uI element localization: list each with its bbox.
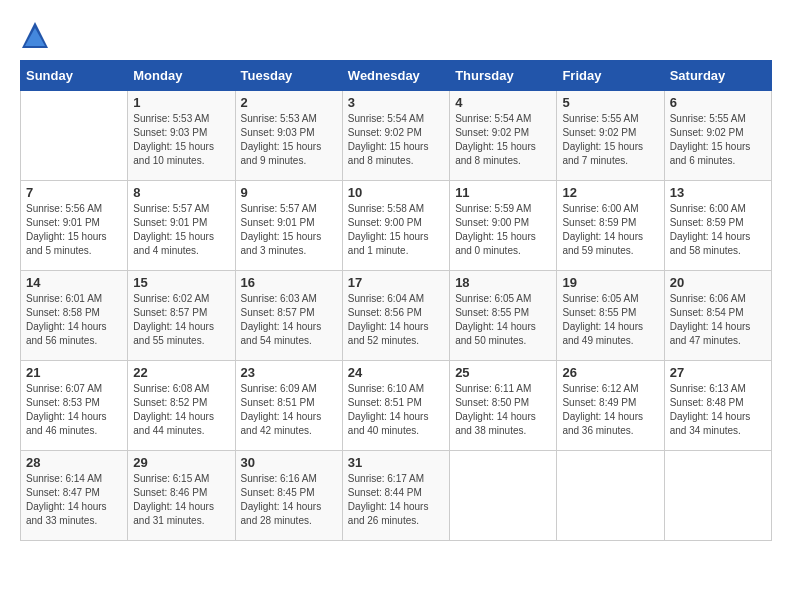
day-number: 27 [670, 365, 766, 380]
day-info: Sunrise: 6:07 AMSunset: 8:53 PMDaylight:… [26, 382, 122, 438]
day-info: Sunrise: 6:16 AMSunset: 8:45 PMDaylight:… [241, 472, 337, 528]
header-sunday: Sunday [21, 61, 128, 91]
day-number: 2 [241, 95, 337, 110]
calendar-cell [664, 451, 771, 541]
day-info: Sunrise: 6:09 AMSunset: 8:51 PMDaylight:… [241, 382, 337, 438]
calendar-week-row: 28Sunrise: 6:14 AMSunset: 8:47 PMDayligh… [21, 451, 772, 541]
calendar-table: SundayMondayTuesdayWednesdayThursdayFrid… [20, 60, 772, 541]
header-thursday: Thursday [450, 61, 557, 91]
day-info: Sunrise: 6:01 AMSunset: 8:58 PMDaylight:… [26, 292, 122, 348]
calendar-cell: 27Sunrise: 6:13 AMSunset: 8:48 PMDayligh… [664, 361, 771, 451]
calendar-cell: 5Sunrise: 5:55 AMSunset: 9:02 PMDaylight… [557, 91, 664, 181]
calendar-cell: 10Sunrise: 5:58 AMSunset: 9:00 PMDayligh… [342, 181, 449, 271]
day-info: Sunrise: 6:10 AMSunset: 8:51 PMDaylight:… [348, 382, 444, 438]
calendar-cell: 31Sunrise: 6:17 AMSunset: 8:44 PMDayligh… [342, 451, 449, 541]
day-info: Sunrise: 6:00 AMSunset: 8:59 PMDaylight:… [562, 202, 658, 258]
logo [20, 20, 54, 50]
calendar-cell: 7Sunrise: 5:56 AMSunset: 9:01 PMDaylight… [21, 181, 128, 271]
day-info: Sunrise: 6:03 AMSunset: 8:57 PMDaylight:… [241, 292, 337, 348]
day-info: Sunrise: 5:54 AMSunset: 9:02 PMDaylight:… [455, 112, 551, 168]
day-number: 4 [455, 95, 551, 110]
day-number: 13 [670, 185, 766, 200]
day-number: 9 [241, 185, 337, 200]
calendar-week-row: 21Sunrise: 6:07 AMSunset: 8:53 PMDayligh… [21, 361, 772, 451]
calendar-cell: 26Sunrise: 6:12 AMSunset: 8:49 PMDayligh… [557, 361, 664, 451]
day-info: Sunrise: 6:15 AMSunset: 8:46 PMDaylight:… [133, 472, 229, 528]
calendar-cell: 17Sunrise: 6:04 AMSunset: 8:56 PMDayligh… [342, 271, 449, 361]
day-info: Sunrise: 6:12 AMSunset: 8:49 PMDaylight:… [562, 382, 658, 438]
day-info: Sunrise: 5:55 AMSunset: 9:02 PMDaylight:… [562, 112, 658, 168]
header-friday: Friday [557, 61, 664, 91]
day-info: Sunrise: 6:11 AMSunset: 8:50 PMDaylight:… [455, 382, 551, 438]
day-info: Sunrise: 6:00 AMSunset: 8:59 PMDaylight:… [670, 202, 766, 258]
day-info: Sunrise: 6:06 AMSunset: 8:54 PMDaylight:… [670, 292, 766, 348]
day-number: 20 [670, 275, 766, 290]
calendar-cell: 25Sunrise: 6:11 AMSunset: 8:50 PMDayligh… [450, 361, 557, 451]
calendar-cell: 1Sunrise: 5:53 AMSunset: 9:03 PMDaylight… [128, 91, 235, 181]
day-number: 26 [562, 365, 658, 380]
calendar-cell: 8Sunrise: 5:57 AMSunset: 9:01 PMDaylight… [128, 181, 235, 271]
day-number: 7 [26, 185, 122, 200]
day-info: Sunrise: 5:59 AMSunset: 9:00 PMDaylight:… [455, 202, 551, 258]
calendar-cell: 23Sunrise: 6:09 AMSunset: 8:51 PMDayligh… [235, 361, 342, 451]
day-number: 31 [348, 455, 444, 470]
calendar-cell: 13Sunrise: 6:00 AMSunset: 8:59 PMDayligh… [664, 181, 771, 271]
day-number: 21 [26, 365, 122, 380]
calendar-cell: 29Sunrise: 6:15 AMSunset: 8:46 PMDayligh… [128, 451, 235, 541]
day-number: 6 [670, 95, 766, 110]
day-number: 23 [241, 365, 337, 380]
day-number: 17 [348, 275, 444, 290]
calendar-header-row: SundayMondayTuesdayWednesdayThursdayFrid… [21, 61, 772, 91]
calendar-cell: 30Sunrise: 6:16 AMSunset: 8:45 PMDayligh… [235, 451, 342, 541]
day-number: 3 [348, 95, 444, 110]
calendar-cell: 18Sunrise: 6:05 AMSunset: 8:55 PMDayligh… [450, 271, 557, 361]
calendar-cell [21, 91, 128, 181]
calendar-cell: 14Sunrise: 6:01 AMSunset: 8:58 PMDayligh… [21, 271, 128, 361]
calendar-cell: 4Sunrise: 5:54 AMSunset: 9:02 PMDaylight… [450, 91, 557, 181]
day-number: 10 [348, 185, 444, 200]
calendar-cell [450, 451, 557, 541]
day-number: 15 [133, 275, 229, 290]
day-info: Sunrise: 6:04 AMSunset: 8:56 PMDaylight:… [348, 292, 444, 348]
header-wednesday: Wednesday [342, 61, 449, 91]
day-number: 22 [133, 365, 229, 380]
header [20, 20, 772, 50]
calendar-cell: 19Sunrise: 6:05 AMSunset: 8:55 PMDayligh… [557, 271, 664, 361]
day-info: Sunrise: 5:57 AMSunset: 9:01 PMDaylight:… [241, 202, 337, 258]
calendar-cell: 15Sunrise: 6:02 AMSunset: 8:57 PMDayligh… [128, 271, 235, 361]
header-saturday: Saturday [664, 61, 771, 91]
calendar-cell: 24Sunrise: 6:10 AMSunset: 8:51 PMDayligh… [342, 361, 449, 451]
calendar-cell: 6Sunrise: 5:55 AMSunset: 9:02 PMDaylight… [664, 91, 771, 181]
calendar-cell: 22Sunrise: 6:08 AMSunset: 8:52 PMDayligh… [128, 361, 235, 451]
calendar-week-row: 1Sunrise: 5:53 AMSunset: 9:03 PMDaylight… [21, 91, 772, 181]
day-number: 19 [562, 275, 658, 290]
day-number: 16 [241, 275, 337, 290]
day-number: 29 [133, 455, 229, 470]
day-info: Sunrise: 6:17 AMSunset: 8:44 PMDaylight:… [348, 472, 444, 528]
calendar-cell: 12Sunrise: 6:00 AMSunset: 8:59 PMDayligh… [557, 181, 664, 271]
calendar-cell: 28Sunrise: 6:14 AMSunset: 8:47 PMDayligh… [21, 451, 128, 541]
day-number: 14 [26, 275, 122, 290]
logo-icon [20, 20, 50, 50]
day-info: Sunrise: 5:58 AMSunset: 9:00 PMDaylight:… [348, 202, 444, 258]
calendar-cell: 3Sunrise: 5:54 AMSunset: 9:02 PMDaylight… [342, 91, 449, 181]
day-number: 1 [133, 95, 229, 110]
day-number: 24 [348, 365, 444, 380]
day-info: Sunrise: 5:57 AMSunset: 9:01 PMDaylight:… [133, 202, 229, 258]
day-info: Sunrise: 6:02 AMSunset: 8:57 PMDaylight:… [133, 292, 229, 348]
calendar-cell: 21Sunrise: 6:07 AMSunset: 8:53 PMDayligh… [21, 361, 128, 451]
day-number: 25 [455, 365, 551, 380]
day-info: Sunrise: 5:54 AMSunset: 9:02 PMDaylight:… [348, 112, 444, 168]
header-tuesday: Tuesday [235, 61, 342, 91]
day-number: 5 [562, 95, 658, 110]
calendar-cell: 20Sunrise: 6:06 AMSunset: 8:54 PMDayligh… [664, 271, 771, 361]
calendar-cell: 16Sunrise: 6:03 AMSunset: 8:57 PMDayligh… [235, 271, 342, 361]
day-number: 18 [455, 275, 551, 290]
calendar-week-row: 14Sunrise: 6:01 AMSunset: 8:58 PMDayligh… [21, 271, 772, 361]
day-number: 30 [241, 455, 337, 470]
calendar-cell [557, 451, 664, 541]
calendar-week-row: 7Sunrise: 5:56 AMSunset: 9:01 PMDaylight… [21, 181, 772, 271]
day-number: 12 [562, 185, 658, 200]
day-info: Sunrise: 5:56 AMSunset: 9:01 PMDaylight:… [26, 202, 122, 258]
day-number: 28 [26, 455, 122, 470]
